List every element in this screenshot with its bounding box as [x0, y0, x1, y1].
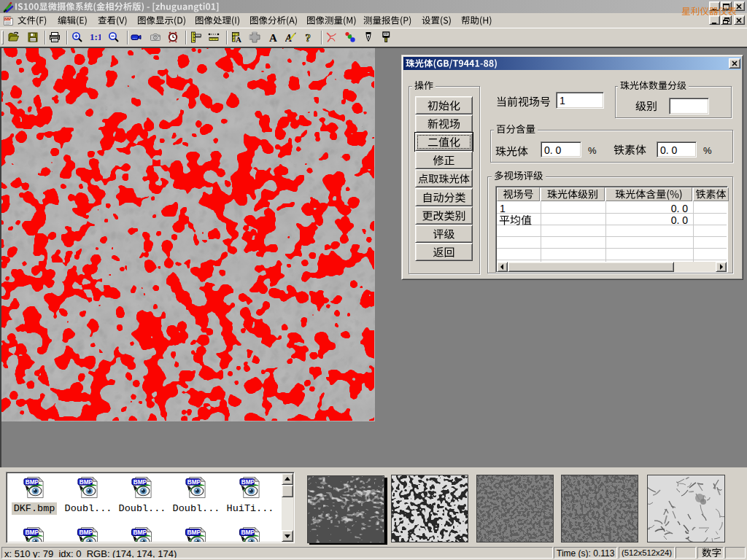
svg-text:BMP: BMP — [26, 479, 39, 486]
svg-text:BMP: BMP — [79, 529, 93, 536]
svg-text:1:1: 1:1 — [90, 31, 101, 42]
svg-text:BMP: BMP — [133, 479, 147, 486]
svg-text:A: A — [236, 35, 241, 44]
svg-text:BMP: BMP — [241, 479, 255, 486]
svg-text:BMP: BMP — [187, 479, 201, 486]
svg-text:BMP: BMP — [80, 479, 93, 486]
svg-text:BMP: BMP — [133, 529, 147, 536]
svg-text:?: ? — [306, 32, 311, 44]
svg-text:BMP: BMP — [187, 529, 201, 536]
svg-text:BMP: BMP — [25, 529, 39, 536]
svg-text:BMP: BMP — [241, 529, 255, 536]
svg-text:A: A — [269, 32, 277, 44]
